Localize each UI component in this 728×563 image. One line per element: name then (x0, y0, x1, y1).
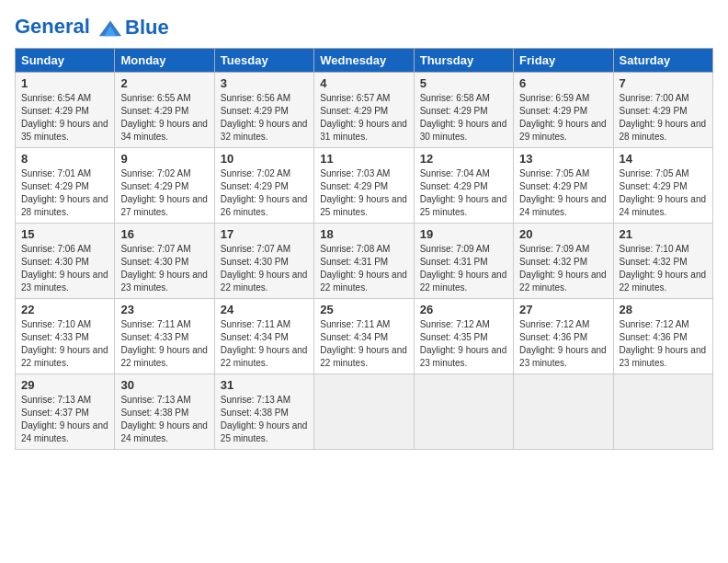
calendar-cell: 2Sunrise: 6:55 AMSunset: 4:29 PMDaylight… (115, 73, 214, 148)
calendar-cell: 3Sunrise: 6:56 AMSunset: 4:29 PMDaylight… (214, 73, 313, 148)
day-detail: Sunrise: 7:11 AMSunset: 4:34 PMDaylight:… (320, 318, 407, 370)
logo-text-blue: Blue (125, 16, 169, 40)
day-number: 14 (620, 152, 707, 166)
logo-text-general: General (15, 15, 90, 38)
day-number: 26 (420, 303, 507, 316)
day-detail: Sunrise: 7:04 AMSunset: 4:29 PMDaylight:… (420, 167, 507, 219)
day-number: 9 (120, 152, 208, 166)
calendar-cell: 30Sunrise: 7:13 AMSunset: 4:38 PMDayligh… (115, 374, 214, 450)
day-number: 8 (21, 152, 108, 166)
day-detail: Sunrise: 7:06 AMSunset: 4:30 PMDaylight:… (21, 243, 108, 294)
day-detail: Sunrise: 7:09 AMSunset: 4:32 PMDaylight:… (519, 243, 607, 294)
calendar-cell: 25Sunrise: 7:11 AMSunset: 4:34 PMDayligh… (314, 299, 414, 374)
logo-icon (97, 15, 123, 40)
day-number: 3 (221, 76, 308, 90)
day-detail: Sunrise: 6:58 AMSunset: 4:29 PMDaylight:… (420, 92, 507, 144)
day-detail: Sunrise: 7:02 AMSunset: 4:29 PMDaylight:… (221, 167, 308, 219)
day-number: 20 (519, 227, 607, 241)
calendar-cell (514, 374, 613, 450)
day-detail: Sunrise: 7:11 AMSunset: 4:33 PMDaylight:… (120, 318, 208, 370)
day-number: 15 (21, 227, 108, 241)
dow-tuesday: Tuesday (214, 49, 313, 73)
calendar-week-3: 15Sunrise: 7:06 AMSunset: 4:30 PMDayligh… (16, 224, 713, 299)
calendar-week-4: 22Sunrise: 7:10 AMSunset: 4:33 PMDayligh… (16, 299, 713, 374)
day-number: 18 (320, 227, 407, 241)
day-number: 5 (420, 76, 507, 90)
day-detail: Sunrise: 7:02 AMSunset: 4:29 PMDaylight:… (120, 167, 208, 219)
day-number: 7 (620, 76, 707, 90)
day-number: 21 (620, 227, 707, 241)
calendar-cell: 16Sunrise: 7:07 AMSunset: 4:30 PMDayligh… (115, 224, 214, 299)
calendar-cell: 27Sunrise: 7:12 AMSunset: 4:36 PMDayligh… (514, 299, 613, 374)
page-header: General Blue (15, 15, 713, 40)
day-number: 19 (420, 227, 507, 241)
calendar-cell: 4Sunrise: 6:57 AMSunset: 4:29 PMDaylight… (314, 73, 414, 148)
day-detail: Sunrise: 6:56 AMSunset: 4:29 PMDaylight:… (221, 92, 308, 144)
dow-sunday: Sunday (16, 49, 115, 73)
calendar-cell: 14Sunrise: 7:05 AMSunset: 4:29 PMDayligh… (613, 148, 712, 224)
day-number: 23 (120, 303, 208, 316)
day-detail: Sunrise: 7:03 AMSunset: 4:29 PMDaylight:… (320, 167, 407, 219)
day-detail: Sunrise: 7:09 AMSunset: 4:31 PMDaylight:… (420, 243, 507, 294)
day-detail: Sunrise: 7:13 AMSunset: 4:37 PMDaylight:… (21, 394, 108, 445)
dow-wednesday: Wednesday (314, 49, 414, 73)
calendar-cell: 26Sunrise: 7:12 AMSunset: 4:35 PMDayligh… (414, 299, 513, 374)
day-detail: Sunrise: 7:11 AMSunset: 4:34 PMDaylight:… (221, 318, 308, 370)
calendar-cell: 21Sunrise: 7:10 AMSunset: 4:32 PMDayligh… (613, 224, 712, 299)
calendar-cell: 7Sunrise: 7:00 AMSunset: 4:29 PMDaylight… (613, 73, 712, 148)
calendar-cell: 8Sunrise: 7:01 AMSunset: 4:29 PMDaylight… (16, 148, 115, 224)
logo: General Blue (15, 15, 169, 40)
dow-saturday: Saturday (613, 49, 712, 73)
calendar-cell: 28Sunrise: 7:12 AMSunset: 4:36 PMDayligh… (613, 299, 712, 374)
calendar-cell: 18Sunrise: 7:08 AMSunset: 4:31 PMDayligh… (314, 224, 414, 299)
day-number: 1 (21, 76, 108, 90)
day-number: 17 (221, 227, 308, 241)
day-number: 16 (120, 227, 208, 241)
day-detail: Sunrise: 6:59 AMSunset: 4:29 PMDaylight:… (519, 92, 607, 144)
day-number: 4 (320, 76, 407, 90)
day-number: 2 (120, 76, 208, 90)
day-detail: Sunrise: 7:13 AMSunset: 4:38 PMDaylight:… (221, 394, 308, 445)
calendar-cell: 11Sunrise: 7:03 AMSunset: 4:29 PMDayligh… (314, 148, 414, 224)
day-number: 10 (221, 152, 308, 166)
day-number: 11 (320, 152, 407, 166)
day-number: 29 (21, 378, 108, 392)
day-number: 12 (420, 152, 507, 166)
calendar-body: 1Sunrise: 6:54 AMSunset: 4:29 PMDaylight… (16, 73, 713, 450)
calendar-cell (414, 374, 513, 450)
day-detail: Sunrise: 7:00 AMSunset: 4:29 PMDaylight:… (620, 92, 707, 144)
day-of-week-header-row: SundayMondayTuesdayWednesdayThursdayFrid… (16, 49, 713, 73)
calendar-cell: 31Sunrise: 7:13 AMSunset: 4:38 PMDayligh… (214, 374, 313, 450)
day-number: 30 (120, 378, 208, 392)
calendar-week-2: 8Sunrise: 7:01 AMSunset: 4:29 PMDaylight… (16, 148, 713, 224)
day-detail: Sunrise: 7:07 AMSunset: 4:30 PMDaylight:… (120, 243, 208, 294)
day-detail: Sunrise: 7:08 AMSunset: 4:31 PMDaylight:… (320, 243, 407, 294)
calendar-cell: 12Sunrise: 7:04 AMSunset: 4:29 PMDayligh… (414, 148, 513, 224)
day-number: 6 (519, 76, 607, 90)
calendar-cell (613, 374, 712, 450)
calendar-cell: 13Sunrise: 7:05 AMSunset: 4:29 PMDayligh… (514, 148, 613, 224)
day-detail: Sunrise: 7:13 AMSunset: 4:38 PMDaylight:… (120, 394, 208, 445)
day-detail: Sunrise: 6:54 AMSunset: 4:29 PMDaylight:… (21, 92, 108, 144)
calendar-cell: 10Sunrise: 7:02 AMSunset: 4:29 PMDayligh… (214, 148, 313, 224)
day-detail: Sunrise: 7:10 AMSunset: 4:32 PMDaylight:… (620, 243, 707, 294)
day-number: 27 (519, 303, 607, 316)
calendar-cell: 29Sunrise: 7:13 AMSunset: 4:37 PMDayligh… (16, 374, 115, 450)
calendar-cell: 17Sunrise: 7:07 AMSunset: 4:30 PMDayligh… (214, 224, 313, 299)
calendar-week-1: 1Sunrise: 6:54 AMSunset: 4:29 PMDaylight… (16, 73, 713, 148)
day-number: 13 (519, 152, 607, 166)
calendar-cell: 15Sunrise: 7:06 AMSunset: 4:30 PMDayligh… (16, 224, 115, 299)
calendar-cell: 24Sunrise: 7:11 AMSunset: 4:34 PMDayligh… (214, 299, 313, 374)
calendar-cell (314, 374, 414, 450)
calendar-cell: 20Sunrise: 7:09 AMSunset: 4:32 PMDayligh… (514, 224, 613, 299)
calendar-cell: 9Sunrise: 7:02 AMSunset: 4:29 PMDaylight… (115, 148, 214, 224)
day-number: 25 (320, 303, 407, 316)
dow-friday: Friday (514, 49, 613, 73)
day-number: 22 (21, 303, 108, 316)
day-number: 28 (620, 303, 707, 316)
day-detail: Sunrise: 7:05 AMSunset: 4:29 PMDaylight:… (620, 167, 707, 219)
day-detail: Sunrise: 6:57 AMSunset: 4:29 PMDaylight:… (320, 92, 407, 144)
calendar-cell: 19Sunrise: 7:09 AMSunset: 4:31 PMDayligh… (414, 224, 513, 299)
day-number: 24 (221, 303, 308, 316)
day-detail: Sunrise: 7:01 AMSunset: 4:29 PMDaylight:… (21, 167, 108, 219)
